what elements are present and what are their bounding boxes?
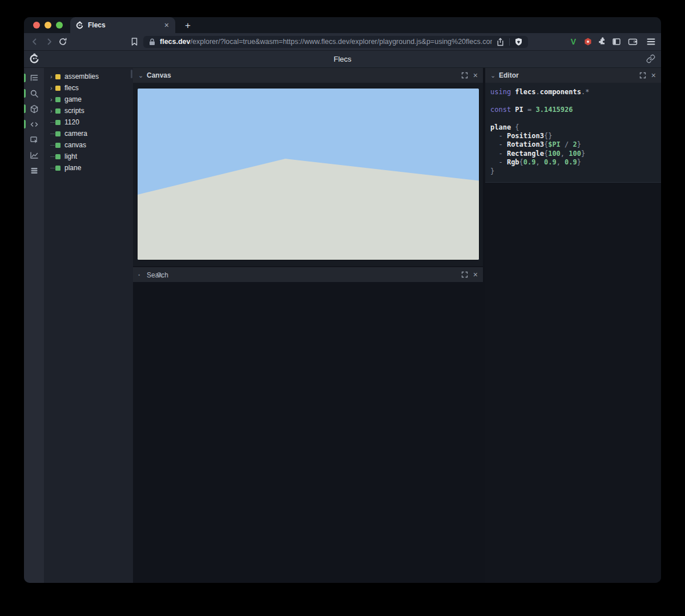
editor-panel-header: ⌄ Editor × bbox=[485, 68, 661, 83]
expander-icon[interactable]: › bbox=[50, 97, 55, 102]
plane-ground bbox=[138, 88, 479, 260]
active-indicator bbox=[24, 74, 26, 82]
entity-label: game bbox=[65, 95, 82, 103]
entity-square-icon bbox=[55, 143, 61, 148]
sidebar-toggle-icon[interactable] bbox=[609, 36, 623, 47]
expander-icon[interactable]: › bbox=[50, 86, 55, 91]
tree-item-assemblies[interactable]: ›assemblies bbox=[44, 71, 133, 82]
expander-icon[interactable]: › bbox=[50, 74, 55, 79]
code-line: - Position3{} bbox=[490, 132, 659, 140]
code-line: const PI = 3.1415926 bbox=[490, 106, 659, 114]
search-bullet-icon: ● bbox=[138, 273, 146, 276]
sidebar-tool-inspector[interactable] bbox=[24, 132, 44, 147]
zoom-window-button[interactable] bbox=[56, 22, 63, 29]
code-line: - Rectangle{100, 100} bbox=[490, 150, 659, 158]
code-line bbox=[490, 114, 659, 123]
back-button[interactable] bbox=[30, 37, 40, 47]
expander-icon[interactable]: › bbox=[50, 108, 55, 114]
minimize-window-button[interactable] bbox=[45, 22, 51, 29]
close-window-button[interactable] bbox=[33, 22, 40, 29]
reload-button[interactable] bbox=[58, 37, 68, 47]
sidebar-tool-chart[interactable] bbox=[24, 147, 44, 163]
canvas-panel-header: ⌄ Canvas × bbox=[133, 68, 483, 83]
canvas-collapse-chevron-icon[interactable]: ⌄ bbox=[138, 73, 146, 79]
canvas-3d-viewport[interactable] bbox=[137, 88, 480, 260]
entity-square-icon bbox=[55, 86, 61, 91]
hexagon-extension-icon[interactable] bbox=[581, 36, 595, 47]
code-line: } bbox=[490, 167, 659, 176]
address-bar[interactable]: flecs.dev/explorer/?local=true&wasm=http… bbox=[143, 36, 528, 48]
entity-square-icon bbox=[55, 131, 61, 136]
code-line: - Rgb{0.9, 0.9, 0.9} bbox=[490, 158, 659, 167]
new-tab-button[interactable]: + bbox=[185, 21, 191, 30]
app-main: ›assemblies›flecs›game›scripts1120camera… bbox=[24, 67, 661, 583]
entity-label: camera bbox=[65, 130, 87, 138]
tree-item-canvas[interactable]: canvas bbox=[44, 139, 133, 151]
tree-item-light[interactable]: light bbox=[44, 151, 133, 162]
tab-title: Flecs bbox=[88, 21, 163, 29]
entity-square-icon bbox=[55, 108, 61, 114]
editor-empty-area bbox=[485, 183, 661, 583]
wallet-icon[interactable] bbox=[626, 36, 640, 47]
entity-label: assemblies bbox=[65, 73, 99, 80]
active-indicator bbox=[24, 104, 26, 113]
active-indicator bbox=[24, 120, 26, 128]
search-close-icon[interactable]: × bbox=[473, 271, 478, 279]
tool-rail bbox=[24, 68, 44, 583]
entity-label: scripts bbox=[65, 107, 84, 115]
address-bar-actions bbox=[497, 38, 522, 46]
search-magnifier-icon[interactable] bbox=[156, 272, 163, 278]
tree-scrollbar[interactable] bbox=[131, 70, 132, 78]
entity-label: flecs bbox=[65, 84, 79, 92]
sidebar-tool-cube[interactable] bbox=[24, 101, 44, 116]
vue-devtools-extension-icon[interactable]: V bbox=[566, 36, 581, 47]
sidebar-tool-search[interactable] bbox=[24, 86, 44, 101]
tree-item-1120[interactable]: 1120 bbox=[44, 116, 133, 128]
sidebar-tool-code[interactable] bbox=[24, 116, 44, 132]
entity-label: light bbox=[65, 152, 77, 160]
tree-item-camera[interactable]: camera bbox=[44, 128, 133, 139]
entity-tree: ›assemblies›flecs›game›scripts1120camera… bbox=[44, 71, 133, 174]
canvas-close-icon[interactable]: × bbox=[473, 71, 478, 79]
share-icon[interactable] bbox=[497, 38, 504, 46]
tree-item-game[interactable]: ›game bbox=[44, 94, 133, 105]
entity-label: canvas bbox=[65, 141, 86, 149]
canvas-panel-actions: × bbox=[461, 71, 478, 79]
browser-menu-icon[interactable] bbox=[647, 38, 655, 46]
editor-panel-title: Editor bbox=[499, 71, 519, 79]
browser-tab[interactable]: Flecs × bbox=[70, 17, 175, 33]
code-line: - Rotation3{$PI / 2} bbox=[490, 140, 659, 149]
tab-close-icon[interactable]: × bbox=[163, 21, 170, 29]
browser-window: Flecs × + flecs. bbox=[24, 17, 661, 583]
page-title: Flecs bbox=[24, 55, 661, 63]
url-path: /explorer/?local=true&wasm=https://www.f… bbox=[191, 38, 492, 46]
editor-collapse-chevron-icon[interactable]: ⌄ bbox=[490, 73, 498, 79]
brave-shield-icon[interactable] bbox=[515, 38, 522, 46]
canvas-fullscreen-icon[interactable] bbox=[461, 72, 468, 79]
editor-code[interactable]: using flecs.components.* const PI = 3.14… bbox=[485, 83, 661, 183]
tree-item-flecs[interactable]: ›flecs bbox=[44, 82, 133, 94]
editor-close-icon[interactable]: × bbox=[651, 71, 656, 79]
url-text: flecs.dev/explorer/?local=true&wasm=http… bbox=[160, 38, 492, 46]
search-fullscreen-icon[interactable] bbox=[461, 271, 468, 278]
entity-square-icon bbox=[55, 120, 61, 125]
browser-toolbar: flecs.dev/explorer/?local=true&wasm=http… bbox=[24, 33, 661, 50]
bookmark-icon[interactable] bbox=[130, 37, 139, 46]
tree-item-plane[interactable]: plane bbox=[44, 162, 133, 174]
leaf-connector bbox=[50, 156, 55, 157]
extensions-puzzle-icon[interactable] bbox=[595, 36, 609, 47]
extension-icons: V bbox=[566, 36, 640, 47]
editor-panel: ⌄ Editor × using flecs.components.* cons… bbox=[485, 68, 661, 583]
editor-fullscreen-icon[interactable] bbox=[639, 72, 646, 79]
tree-item-scripts[interactable]: ›scripts bbox=[44, 105, 133, 116]
entity-tree-panel: ›assemblies›flecs›game›scripts1120camera… bbox=[44, 68, 133, 583]
code-line: plane { bbox=[490, 123, 659, 132]
sidebar-tool-tree[interactable] bbox=[24, 70, 44, 86]
forward-button[interactable] bbox=[44, 37, 54, 47]
leaf-connector bbox=[50, 145, 55, 146]
link-icon[interactable] bbox=[646, 54, 655, 63]
active-indicator bbox=[24, 89, 26, 98]
center-column: ⌄ Canvas × ● Search bbox=[133, 68, 483, 583]
sidebar-tool-table[interactable] bbox=[24, 163, 44, 178]
leaf-connector bbox=[50, 134, 55, 134]
